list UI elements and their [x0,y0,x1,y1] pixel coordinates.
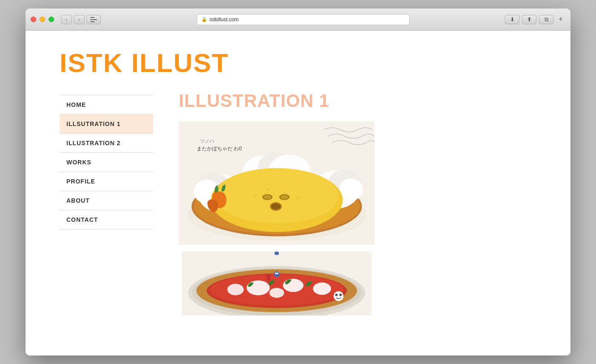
svg-point-59 [335,294,338,296]
browser-window: ‹ › 🔒 istkillust.com ⬇ ⬆ ⧉ [26,9,570,355]
close-button[interactable] [31,17,36,22]
share-button[interactable]: ⬆ [522,15,536,24]
illustration-1: ツノハ またかぼちゃだ わ0 [179,121,375,245]
sidebar-toggle-icon [90,17,97,22]
nav-item-illust1[interactable]: ILLSUTRATION 1 [60,115,153,134]
url-text: istkillust.com [210,17,239,23]
toolbar-right: ⬇ ⬆ ⧉ + [505,15,565,24]
svg-point-23 [306,195,307,197]
svg-rect-57 [267,278,270,281]
nav-item-contact[interactable]: CONTACT [60,210,153,229]
window-button[interactable]: ⧉ [539,15,553,24]
site-title: ISTK ILLUST [60,48,536,78]
nav-item-profile[interactable]: PROFILE [60,172,153,191]
svg-point-18 [297,197,299,199]
page-content: ISTK ILLUST HOME ILLSUTRATION 1 ILLUSTRA… [26,31,570,355]
svg-point-56 [266,274,271,278]
window-icon: ⧉ [544,16,548,23]
svg-point-19 [263,201,265,203]
lock-icon: 🔒 [201,17,207,22]
new-tab-button[interactable]: + [556,15,565,24]
svg-point-47 [246,281,269,295]
nav-item-works[interactable]: WORKS [60,153,153,172]
forward-button[interactable]: › [74,15,85,24]
maximize-button[interactable] [49,17,54,22]
back-button[interactable]: ‹ [61,15,72,24]
svg-point-21 [293,202,295,204]
svg-point-9 [339,178,363,201]
svg-point-27 [264,195,271,199]
download-icon: ⬇ [510,16,515,23]
share-icon: ⬆ [527,16,532,23]
svg-point-24 [276,191,278,192]
site-header: ISTK ILLUST [60,31,536,91]
site-body: HOME ILLSUTRATION 1 ILLUSTRATION 2 WORKS… [60,91,536,355]
svg-rect-53 [275,252,279,255]
svg-text:またかぼちゃだ わ0: またかぼちゃだ わ0 [197,146,242,152]
svg-text:ツノハ: ツノハ [200,138,214,143]
svg-point-50 [227,284,244,295]
svg-point-22 [246,199,248,201]
svg-point-58 [334,291,344,301]
titlebar: ‹ › 🔒 istkillust.com ⬇ ⬆ ⧉ [26,9,570,31]
svg-point-49 [313,283,331,295]
nav-item-about[interactable]: ABOUT [60,191,153,210]
nav-item-illust2[interactable]: ILLUSTRATION 2 [60,134,153,153]
svg-point-15 [254,195,257,197]
svg-point-55 [277,272,278,274]
address-bar-wrapper: 🔒 istkillust.com [101,14,505,25]
section-title: ILLUSTRATION 1 [179,91,536,111]
pizza-svg [179,252,375,315]
sidebar-toggle-button[interactable] [86,15,101,24]
illustration-images: ツノハ またかぼちゃだ わ0 [179,121,536,315]
plus-icon: + [559,15,563,24]
traffic-lights [31,17,54,22]
minimize-button[interactable] [40,17,45,22]
svg-point-14 [215,168,338,224]
svg-point-60 [339,294,342,296]
svg-point-48 [283,279,304,292]
omurice-svg: ツノハ またかぼちゃだ わ0 [179,121,375,245]
sidebar-nav: HOME ILLSUTRATION 1 ILLUSTRATION 2 WORKS… [60,91,153,355]
svg-point-54 [275,272,277,274]
address-bar[interactable]: 🔒 istkillust.com [197,14,410,25]
nav-item-home[interactable]: HOME [60,95,153,115]
svg-point-52 [274,271,280,277]
svg-point-28 [281,195,288,199]
svg-point-30 [271,203,281,209]
illustration-2 [179,252,375,315]
svg-point-51 [269,288,284,298]
main-content: ILLUSTRATION 1 [153,91,536,355]
download-button[interactable]: ⬇ [505,15,519,24]
nav-buttons: ‹ › [61,15,85,24]
svg-point-17 [284,192,287,194]
svg-point-16 [267,189,269,191]
site-wrapper: ISTK ILLUST HOME ILLSUTRATION 1 ILLUSTRA… [26,31,570,355]
